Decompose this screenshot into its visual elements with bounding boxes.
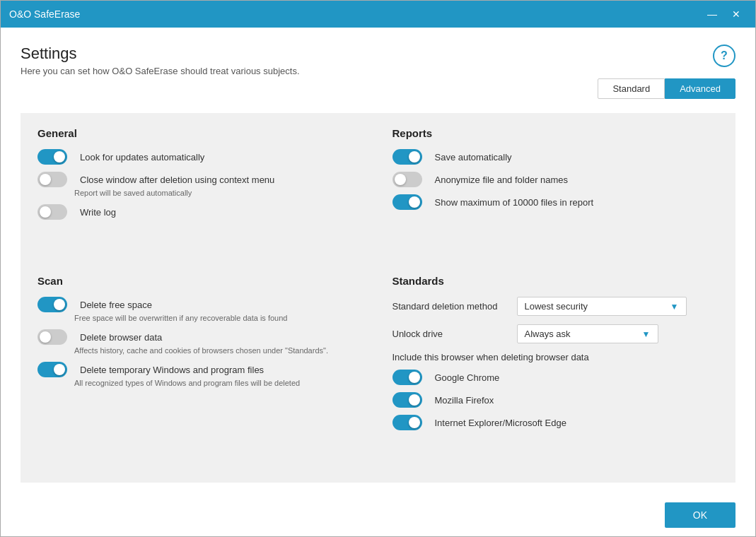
header-right: ? Standard Advanced xyxy=(598,45,735,99)
deletion-method-dropdown[interactable]: Lowest security ▼ xyxy=(517,297,687,316)
dropdown-arrow-icon-2: ▼ xyxy=(642,329,651,339)
toggle-ie-edge[interactable] xyxy=(392,415,422,430)
content-area: Settings Here you can set how O&O SafeEr… xyxy=(1,28,755,494)
page-subtitle: Here you can set how O&O SafeErase shoul… xyxy=(21,66,300,76)
general-title: General xyxy=(37,127,364,139)
setting-chrome: Google Chrome xyxy=(392,370,719,385)
reports-section: Reports Save automatically xyxy=(392,127,719,258)
standards-title: Standards xyxy=(392,275,719,287)
toggle-chrome[interactable] xyxy=(392,370,422,385)
window-title: O&O SafeErase xyxy=(9,8,80,20)
label-delete-temp: Delete temporary Windows and program fil… xyxy=(80,365,264,375)
unlock-drive-label: Unlock drive xyxy=(392,329,506,339)
setting-max-files: Show maximum of 10000 files in report xyxy=(392,194,719,210)
app-window: O&O SafeErase — ✕ Settings Here you can … xyxy=(0,0,756,537)
label-firefox: Mozilla Firefox xyxy=(435,395,494,406)
setting-delete-free: Delete free space Free space will be ove… xyxy=(37,297,364,322)
sub-delete-temp: All recognized types of Windows and prog… xyxy=(74,379,300,387)
label-chrome: Google Chrome xyxy=(435,372,500,383)
label-close-window: Close window after deletion using contex… xyxy=(80,175,274,185)
toggle-write-log[interactable] xyxy=(37,204,67,220)
setting-close-window: Close window after deletion using contex… xyxy=(37,172,364,197)
toggle-max-files[interactable] xyxy=(392,194,422,210)
tab-row: Standard Advanced xyxy=(598,78,735,99)
label-ie-edge: Internet Explorer/Microsoft Edge xyxy=(435,418,566,428)
label-delete-browser: Delete browser data xyxy=(80,332,162,343)
minimize-button[interactable]: — xyxy=(702,4,723,24)
deletion-method-row: Standard deletion method Lowest security… xyxy=(392,297,719,316)
ok-button[interactable]: OK xyxy=(665,502,735,528)
reports-title: Reports xyxy=(392,127,719,139)
toggle-save-auto[interactable] xyxy=(392,149,422,165)
header-left: Settings Here you can set how O&O SafeEr… xyxy=(21,45,300,76)
scan-section: Scan Delete free space Free space will b… xyxy=(37,275,364,468)
title-bar: O&O SafeErase — ✕ xyxy=(1,1,755,28)
standards-section: Standards Standard deletion method Lowes… xyxy=(392,275,719,468)
toggle-delete-browser[interactable] xyxy=(37,329,67,345)
toggle-updates[interactable] xyxy=(37,149,67,165)
setting-delete-browser: Delete browser data Affects history, cac… xyxy=(37,329,364,355)
close-button[interactable]: ✕ xyxy=(726,4,747,24)
help-button[interactable]: ? xyxy=(713,45,735,67)
label-max-files: Show maximum of 10000 files in report xyxy=(435,197,594,208)
window-controls: — ✕ xyxy=(702,4,747,24)
label-write-log: Write log xyxy=(80,207,116,218)
page-title: Settings xyxy=(21,45,300,63)
browser-section-label: Include this browser when deleting brows… xyxy=(392,352,719,362)
toggle-delete-free[interactable] xyxy=(37,297,67,312)
toggle-anonymize[interactable] xyxy=(392,172,422,187)
setting-firefox: Mozilla Firefox xyxy=(392,392,719,408)
deletion-method-label: Standard deletion method xyxy=(392,301,506,312)
sub-delete-browser: Affects history, cache and cookies of br… xyxy=(74,346,328,355)
setting-ie-edge: Internet Explorer/Microsoft Edge xyxy=(392,415,719,430)
tab-standard[interactable]: Standard xyxy=(598,78,665,99)
unlock-drive-dropdown[interactable]: Always ask ▼ xyxy=(517,324,658,343)
label-delete-free: Delete free space xyxy=(80,300,152,310)
label-save-auto: Save automatically xyxy=(435,152,512,163)
footer: OK xyxy=(1,494,755,536)
setting-updates: Look for updates automatically xyxy=(37,149,364,165)
general-section: General Look for updates automatically xyxy=(37,127,364,258)
setting-delete-temp: Delete temporary Windows and program fil… xyxy=(37,362,364,387)
toggle-close-window[interactable] xyxy=(37,172,67,187)
sub-close-window: Report will be saved automatically xyxy=(74,189,192,197)
sub-delete-free: Free space will be overwritten if any re… xyxy=(74,314,287,322)
setting-anonymize: Anonymize file and folder names xyxy=(392,172,719,187)
label-anonymize: Anonymize file and folder names xyxy=(435,175,569,185)
toggle-firefox[interactable] xyxy=(392,392,422,408)
unlock-drive-row: Unlock drive Always ask ▼ xyxy=(392,324,719,343)
setting-save-auto: Save automatically xyxy=(392,149,719,165)
setting-write-log: Write log xyxy=(37,204,364,220)
tab-advanced[interactable]: Advanced xyxy=(665,78,735,99)
dropdown-arrow-icon: ▼ xyxy=(670,302,679,312)
label-updates: Look for updates automatically xyxy=(80,152,204,163)
settings-panel: General Look for updates automatically xyxy=(21,113,735,483)
toggle-delete-temp[interactable] xyxy=(37,362,67,377)
header-row: Settings Here you can set how O&O SafeEr… xyxy=(21,45,735,99)
scan-title: Scan xyxy=(37,275,364,287)
